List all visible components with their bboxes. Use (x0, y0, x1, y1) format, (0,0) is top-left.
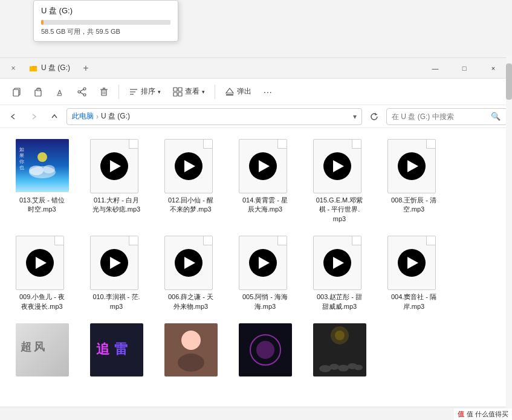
list-item[interactable] (230, 320, 300, 384)
toolbar: A (0, 79, 512, 105)
file-thumbnail: 超 风 (16, 323, 69, 376)
view-icon (173, 87, 183, 97)
file-label: 011.大籽 - 白月光与朱砂痣.mp3 (92, 196, 140, 215)
list-item[interactable] (305, 320, 374, 384)
copy-path-icon (12, 87, 22, 97)
paste-button[interactable] (29, 82, 48, 102)
back-icon (10, 113, 17, 120)
svg-rect-2 (13, 89, 19, 96)
svg-point-8 (83, 88, 86, 90)
list-item[interactable]: 005.阿悄 - 海海海.mp3 (230, 232, 300, 315)
maximize-button[interactable]: □ (450, 59, 478, 77)
window-controls: — □ × (421, 59, 507, 77)
eject-label: 弹出 (237, 86, 251, 97)
eject-button[interactable]: 弹出 (220, 82, 256, 102)
svg-text:追: 追 (96, 341, 110, 357)
file-label: 009.小鱼儿 - 夜夜夜漫长.mp3 (19, 292, 65, 311)
list-item[interactable]: 015.G.E.M.邓紫棋 - 平行世界.mp3 (305, 135, 374, 227)
svg-point-44 (178, 354, 204, 372)
svg-point-31 (37, 152, 47, 162)
album-art-013: 如 果 你 也 (16, 139, 69, 192)
back-button[interactable] (5, 108, 22, 125)
list-item[interactable]: 如 果 你 也 013.艾辰 - 错位时空.mp3 (7, 135, 77, 227)
svg-point-49 (319, 365, 331, 372)
copy-path-button[interactable] (7, 82, 27, 102)
file-thumbnail (164, 236, 218, 289)
forward-button[interactable] (25, 108, 42, 125)
file-thumbnail (313, 323, 366, 376)
more-button[interactable]: ··· (259, 82, 277, 102)
toolbar-separator-1 (118, 85, 119, 99)
list-item[interactable]: 010.李润祺 - 茫.mp3 (82, 232, 151, 315)
minimize-button[interactable]: — (421, 59, 449, 77)
eject-icon (225, 87, 235, 97)
up-icon (51, 113, 58, 120)
file-thumbnail (239, 236, 292, 289)
view-button[interactable]: 查看 ▾ (168, 82, 210, 102)
drive-tooltip: U 盘 (G:) 58.5 GB 可用，共 59.5 GB (33, 0, 178, 42)
breadcrumb-dropdown-icon[interactable]: ▾ (353, 112, 357, 121)
svg-rect-22 (178, 88, 182, 91)
list-item[interactable]: 008.王忻辰 - 清空.mp3 (379, 135, 449, 227)
scrollbar-track (506, 57, 512, 420)
list-item[interactable]: 009.小鱼儿 - 夜夜夜漫长.mp3 (7, 232, 77, 315)
tab-close-button[interactable]: × (5, 60, 22, 77)
list-item[interactable]: 超 风 (7, 320, 77, 384)
list-item[interactable]: 011.大籽 - 白月光与朱砂痣.mp3 (82, 135, 151, 227)
drive-progress-fill (41, 20, 44, 25)
list-item[interactable] (156, 320, 225, 384)
sort-button[interactable]: 排序 ▾ (124, 82, 166, 102)
sort-label: 排序 (141, 86, 155, 97)
svg-point-51 (338, 364, 349, 371)
list-item[interactable]: 006.薛之谦 - 天外来物.mp3 (156, 232, 225, 315)
file-thumbnail (313, 139, 366, 192)
paste-icon (34, 87, 44, 97)
breadcrumb[interactable]: 此电脑 › U 盘 (G:) ▾ (66, 108, 362, 125)
list-item[interactable]: 003.赵芷彤 - 甜甜威威.mp3 (305, 232, 374, 315)
file-thumbnail: 如 果 你 也 (16, 139, 69, 192)
svg-point-10 (78, 91, 80, 93)
address-bar: 此电脑 › U 盘 (G:) ▾ 🔍 (0, 105, 512, 128)
search-input[interactable] (392, 112, 488, 121)
rename-button[interactable]: A (51, 82, 70, 102)
svg-line-11 (80, 89, 83, 91)
search-box[interactable]: 🔍 (386, 108, 507, 125)
svg-text:如: 如 (19, 147, 24, 152)
svg-rect-5 (37, 88, 40, 89)
breadcrumb-current: U 盘 (G:) (101, 111, 130, 121)
up-button[interactable] (46, 108, 63, 125)
new-tab-button[interactable]: + (77, 60, 94, 77)
file-thumbnail: 追 雷 (90, 323, 143, 376)
sort-icon (129, 87, 138, 97)
svg-point-29 (29, 166, 44, 175)
breadcrumb-separator: › (96, 112, 99, 121)
file-thumbnail (16, 236, 69, 289)
svg-point-47 (256, 341, 274, 359)
title-bar: × U 盘 (G:) + — □ × (0, 58, 512, 79)
svg-rect-26 (226, 94, 233, 95)
forward-icon (30, 113, 37, 120)
delete-button[interactable] (94, 82, 114, 102)
list-item[interactable]: 012.回小仙 - 醒不来的梦.mp3 (156, 135, 225, 227)
toolbar-separator-2 (215, 85, 215, 99)
more-icon: ··· (264, 87, 273, 97)
svg-text:也: 也 (19, 165, 24, 170)
file-label: 005.阿悄 - 海海海.mp3 (242, 292, 288, 311)
drive-tooltip-title: U 盘 (G:) (41, 5, 170, 16)
file-thumbnail (239, 323, 292, 376)
svg-rect-13 (102, 90, 106, 95)
close-button[interactable]: × (479, 59, 507, 77)
svg-text:果: 果 (19, 153, 24, 158)
list-item[interactable]: 004.窦音社 - 隔岸.mp3 (379, 232, 449, 315)
list-item[interactable]: 014.黄霄雲 - 星辰大海.mp3 (230, 135, 300, 227)
refresh-button[interactable] (366, 108, 383, 125)
file-label: 015.G.E.M.邓紫棋 - 平行世界.mp3 (316, 196, 363, 224)
file-label: 013.艾辰 - 错位时空.mp3 (19, 196, 65, 215)
tab-item-udisk[interactable]: U 盘 (G:) (24, 60, 75, 77)
share-button[interactable] (73, 82, 92, 102)
breadcrumb-root[interactable]: 此电脑 (72, 111, 94, 121)
scrollbar-thumb[interactable] (506, 63, 512, 100)
file-grid: 如 果 你 也 013.艾辰 - 错位时空.mp3 (0, 128, 512, 407)
list-item[interactable]: 追 雷 (82, 320, 151, 384)
file-thumbnail (313, 236, 366, 289)
